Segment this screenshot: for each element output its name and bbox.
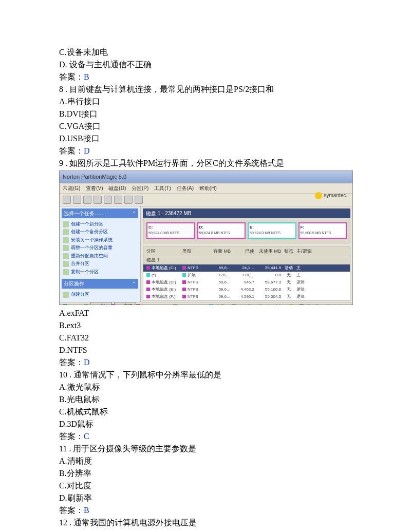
table-row[interactable]: 本地磁盘 (D:)NTFS59,6…946.758,677.3无逻辑 — [143, 279, 350, 286]
task-panel: 选择一个任务……⌃ 创建一个新分区 创建一个备份分区 安装另一个操作系统 调整一… — [60, 206, 141, 302]
pm-screenshot: Norton PartitionMagic 8.0 常规(G) 查看(V) 磁盘… — [59, 170, 353, 305]
q10-opt-c: C.机械式鼠标 — [59, 406, 352, 418]
q11-stem: 11 . 用于区分摄像头等级的主要参数是 — [59, 443, 352, 455]
q9-opt-d: D.NTFS — [59, 344, 352, 356]
q9-opt-b: B.ext3 — [59, 319, 352, 332]
partition-f[interactable]: F:59,600.5 MB NTFS — [298, 222, 347, 239]
task-panel-header: 选择一个任务……⌃ — [62, 208, 138, 218]
disk-panel: 磁盘 1 - 238472 MB C:59,624.0 MB NTFS D:59… — [141, 206, 352, 302]
q8-answer: 答案：D — [59, 145, 352, 157]
answer-label: 答案： — [59, 146, 84, 155]
task-redistribute[interactable]: 重新分配自由空间 — [62, 252, 138, 260]
document-page: C.设备未加电 D. 设备与主机通信不正确 答案：B 8 . 目前键盘与计算机连… — [0, 0, 411, 532]
toolbar-icon[interactable] — [135, 196, 143, 204]
q7-answer: 答案：B — [59, 71, 352, 83]
answer-value: C — [84, 432, 89, 441]
q8-opt-d: D.USB接口 — [59, 132, 352, 145]
menu-view[interactable]: 查看(V) — [86, 185, 103, 191]
q10-answer: 答案：C — [59, 430, 352, 443]
task-copy[interactable]: 复制一个分区 — [62, 268, 138, 276]
window-title: Norton PartitionMagic 8.0 — [60, 171, 352, 183]
partition-d[interactable]: D:59,624.0 MB NTFS — [197, 222, 246, 239]
q8-opt-a: A.串行接口 — [59, 96, 352, 108]
task-merge[interactable]: 合并分区 — [62, 260, 138, 268]
menu-help[interactable]: 帮助(H) — [199, 185, 217, 191]
q11-opt-a: A.清晰度 — [59, 455, 352, 467]
collapse-icon[interactable]: ⌃ — [132, 280, 136, 288]
collapse-icon[interactable]: ⌃ — [132, 210, 136, 217]
toolbar-icon[interactable] — [94, 196, 102, 204]
table-rows: 本地磁盘 (C:)NTFS59,6…24,1…35,441.9活动主(*)扩展1… — [143, 264, 350, 301]
q8-opt-c: C.VGA接口 — [59, 120, 352, 132]
op-create[interactable]: 创建分区 — [62, 291, 138, 299]
q10-opt-b: B.光电鼠标 — [59, 393, 352, 406]
menu-tasks[interactable]: 任务(A) — [177, 185, 194, 191]
menu-disk[interactable]: 磁盘(D) — [108, 185, 126, 191]
toolbar-icon[interactable] — [63, 196, 71, 204]
q10-opt-d: D.3D鼠标 — [59, 418, 352, 430]
task-resize[interactable]: 调整一个分区的容量 — [62, 244, 138, 252]
answer-value: B — [84, 506, 89, 515]
ops-panel-header: 分区操作⌃ — [62, 279, 138, 289]
menu-general[interactable]: 常规(G) — [63, 185, 80, 191]
q11-answer: 答案：B — [59, 504, 352, 517]
toolbar-icon[interactable] — [73, 196, 81, 204]
q8-stem: 8 . 目前键盘与计算机连接，最常见的两种接口是PS/2接口和 — [59, 83, 352, 96]
symantec-logo: symantec. — [315, 192, 347, 199]
answer-label: 答案： — [59, 72, 84, 81]
answer-value: B — [84, 72, 89, 81]
disk-header: 磁盘 1 - 238472 MB — [143, 208, 350, 218]
answer-value: D — [84, 358, 90, 367]
toolbar-icon[interactable] — [114, 196, 122, 204]
menu-bar[interactable]: 常规(G) 查看(V) 磁盘(D) 分区(P) 工具(T) 任务(A) 帮助(H… — [60, 183, 352, 194]
q10-stem: 10 . 通常情况下，下列鼠标中分辨率最低的是 — [59, 369, 352, 381]
q9-opt-c: C.FAT32 — [59, 332, 352, 344]
table-row[interactable]: 本地磁盘 (E:)NTFS59,6…4,463.255,160.8无逻辑 — [143, 286, 350, 293]
toolbar-icon[interactable] — [83, 196, 91, 204]
q7-opt-d: D. 设备与主机通信不正确 — [59, 59, 352, 71]
table-row[interactable]: (*)扩展178,…178,…0.0无主 — [143, 272, 350, 279]
task-install-os[interactable]: 安装另一个操作系统 — [62, 236, 138, 244]
toolbar-icon[interactable] — [104, 196, 112, 204]
q12-stem: 12 . 通常我国的计算机电源外接电压是 — [59, 517, 352, 529]
q9-stem: 9 . 如图所示是工具软件PM运行界面，分区C的文件系统格式是 — [59, 157, 352, 169]
main-body: 选择一个任务……⌃ 创建一个新分区 创建一个备份分区 安装另一个操作系统 调整一… — [60, 206, 352, 302]
q7-opt-c: C.设备未加电 — [59, 46, 352, 59]
table-row[interactable]: 本地磁盘 (F:)NTFS59,6…4,596.155,004.3无逻辑 — [143, 293, 350, 300]
menu-partition[interactable]: 分区(P) — [132, 185, 148, 191]
table-row[interactable]: 本地磁盘 (C:)NTFS59,6…24,1…35,441.9活动主 — [143, 264, 350, 272]
disk-map: C:59,624.0 MB NTFS D:59,624.0 MB NTFS E:… — [143, 218, 350, 243]
q10-opt-a: A.激光鼠标 — [59, 381, 352, 393]
answer-label: 答案： — [59, 506, 84, 515]
table-group: 磁盘 1 — [143, 256, 350, 264]
q9-answer: 答案：D — [59, 356, 352, 369]
q11-opt-d: D.刷新率 — [59, 492, 352, 504]
table-header: 分区类型容量 MB已使未使用 MB状态主/逻辑 — [143, 246, 350, 257]
q11-opt-b: B.分辨率 — [59, 467, 352, 480]
q9-opt-a: A.exFAT — [59, 307, 352, 319]
partition-c[interactable]: C:59,624.0 MB NTFS — [146, 222, 195, 239]
answer-value: D — [84, 146, 90, 155]
task-backup-partition[interactable]: 创建一个备份分区 — [62, 228, 138, 236]
toolbar-icon[interactable] — [124, 196, 133, 204]
task-create-partition[interactable]: 创建一个新分区 — [62, 220, 138, 229]
answer-label: 答案： — [59, 432, 84, 441]
q11-opt-c: C.对比度 — [59, 480, 352, 492]
partition-e[interactable]: E:59,624.0 MB NTFS — [248, 222, 296, 239]
q8-opt-b: B.DVI接口 — [59, 108, 352, 120]
toolbar — [60, 194, 352, 206]
answer-label: 答案： — [59, 358, 84, 367]
menu-tools[interactable]: 工具(T) — [154, 185, 171, 191]
